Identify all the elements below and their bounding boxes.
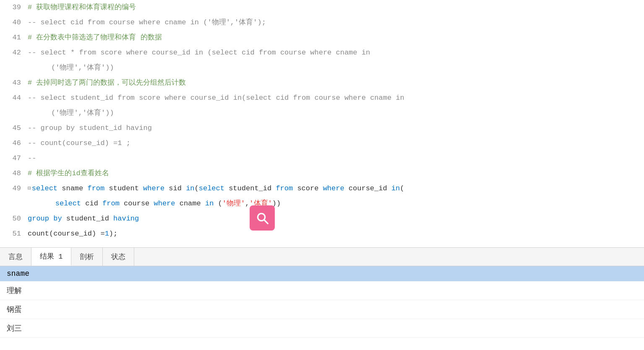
table-row: 钢蛋 bbox=[0, 300, 644, 319]
code-line-42: 42 -- select * from score where course_i… bbox=[0, 45, 644, 75]
code-line-39: 39 # 获取物理课程和体育课程的编号 bbox=[0, 0, 644, 15]
svg-line-1 bbox=[264, 220, 268, 224]
column-header-sname: sname bbox=[0, 266, 644, 281]
line-content-44b: ('物理','体育')) bbox=[28, 106, 640, 121]
tab-message[interactable]: 言息 bbox=[0, 248, 31, 266]
line-number-50: 50 bbox=[4, 211, 21, 226]
result-table: sname 理解 钢蛋 刘三 bbox=[0, 266, 644, 338]
line-number-39: 39 bbox=[4, 0, 21, 15]
line-number-42: 42 bbox=[4, 45, 21, 60]
line-content-44a: -- select student_id from score where co… bbox=[28, 91, 640, 106]
line-number-44: 44 bbox=[4, 91, 21, 106]
line-content-49b: select cid from course where cname in ('… bbox=[32, 196, 640, 211]
line-content-42a: -- select * from score where course_id i… bbox=[28, 45, 640, 60]
code-line-40: 40 -- select cid from course where cname… bbox=[0, 15, 644, 30]
tab-analyze-label: 剖析 bbox=[80, 252, 94, 262]
line-content-47: -- bbox=[28, 151, 640, 166]
line-number-45: 45 bbox=[4, 121, 21, 136]
fold-indicator-49: ⊟ bbox=[28, 181, 31, 196]
code-line-50: 50 group by student_id having bbox=[0, 211, 644, 226]
line-content-51: count(course_id) =1); bbox=[28, 226, 640, 241]
line-content-40: -- select cid from course where cname in… bbox=[28, 15, 640, 30]
line-number-51: 51 bbox=[4, 226, 21, 241]
line-number-49: 49 bbox=[4, 181, 21, 196]
code-line-41: 41 # 在分数表中筛选选了物理和体育 的数据 bbox=[0, 30, 644, 45]
line-number-48: 48 bbox=[4, 166, 21, 181]
code-line-51: 51 count(course_id) =1); bbox=[0, 226, 644, 241]
cell-sname-1: 理解 bbox=[0, 281, 644, 300]
line-number-46: 46 bbox=[4, 136, 21, 151]
line-content-45: -- group by student_id having bbox=[28, 121, 640, 136]
code-line-43: 43 # 去掉同时选了两门的数据，可以先分组然后计数 bbox=[0, 75, 644, 91]
line-number-47: 47 bbox=[4, 151, 21, 166]
tab-message-label: 言息 bbox=[8, 252, 23, 262]
code-line-48: 48 # 根据学生的id查看姓名 bbox=[0, 166, 644, 181]
code-line-49: 49 ⊟ select sname from student where sid… bbox=[0, 181, 644, 211]
search-button[interactable] bbox=[250, 205, 275, 231]
results-area: sname 理解 钢蛋 刘三 bbox=[0, 266, 644, 338]
search-icon bbox=[256, 211, 269, 225]
tab-bar: 言息 结果 1 剖析 状态 bbox=[0, 247, 644, 266]
line-content-41: # 在分数表中筛选选了物理和体育 的数据 bbox=[28, 30, 640, 45]
code-line-46: 46 -- count(course_id) =1 ; bbox=[0, 136, 644, 151]
line-number-41: 41 bbox=[4, 30, 21, 45]
line-content-39: # 获取物理课程和体育课程的编号 bbox=[28, 0, 640, 15]
line-content-42b: ('物理','体育')) bbox=[28, 60, 640, 75]
tab-status[interactable]: 状态 bbox=[103, 248, 134, 266]
editor-area: 39 # 获取物理课程和体育课程的编号 40 -- select cid fro… bbox=[0, 0, 644, 247]
tab-status-label: 状态 bbox=[111, 252, 125, 262]
tab-result[interactable]: 结果 1 bbox=[31, 248, 71, 266]
line-number-43: 43 bbox=[4, 75, 21, 91]
line-content-48: # 根据学生的id查看姓名 bbox=[28, 166, 640, 181]
table-row: 刘三 bbox=[0, 319, 644, 338]
tab-result-label: 结果 1 bbox=[40, 251, 63, 261]
code-line-45: 45 -- group by student_id having bbox=[0, 121, 644, 136]
line-content-50: group by student_id having bbox=[28, 211, 640, 226]
line-content-43: # 去掉同时选了两门的数据，可以先分组然后计数 bbox=[28, 75, 640, 91]
cell-sname-3: 刘三 bbox=[0, 319, 644, 338]
tab-analyze[interactable]: 剖析 bbox=[71, 248, 103, 266]
table-row: 理解 bbox=[0, 281, 644, 300]
cell-sname-2: 钢蛋 bbox=[0, 300, 644, 319]
table-header-row: sname bbox=[0, 266, 644, 281]
code-line-47: 47 -- bbox=[0, 151, 644, 166]
line-number-40: 40 bbox=[4, 15, 21, 30]
code-line-44: 44 -- select student_id from score where… bbox=[0, 91, 644, 121]
line-content-46: -- count(course_id) =1 ; bbox=[28, 136, 640, 151]
line-content-49a: select sname from student where sid in(s… bbox=[32, 181, 640, 196]
